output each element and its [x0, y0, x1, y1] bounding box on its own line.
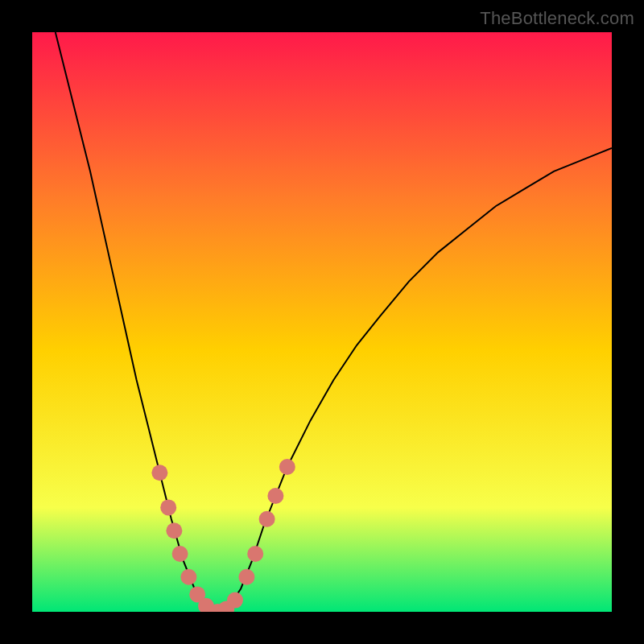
chart-container: TheBottleneck.com: [0, 0, 644, 644]
data-marker: [160, 499, 176, 515]
data-marker: [279, 459, 295, 475]
data-marker: [247, 546, 263, 562]
chart-svg: [32, 32, 612, 612]
data-marker: [180, 569, 196, 585]
data-marker: [151, 464, 167, 481]
data-marker: [227, 592, 243, 609]
data-marker: [238, 569, 254, 585]
data-marker: [172, 546, 188, 562]
watermark-label: TheBottleneck.com: [480, 8, 634, 29]
plot-background: [32, 32, 612, 612]
data-marker: [267, 488, 283, 504]
plot-area: [32, 32, 612, 612]
data-marker: [166, 522, 182, 539]
data-marker: [259, 511, 275, 527]
